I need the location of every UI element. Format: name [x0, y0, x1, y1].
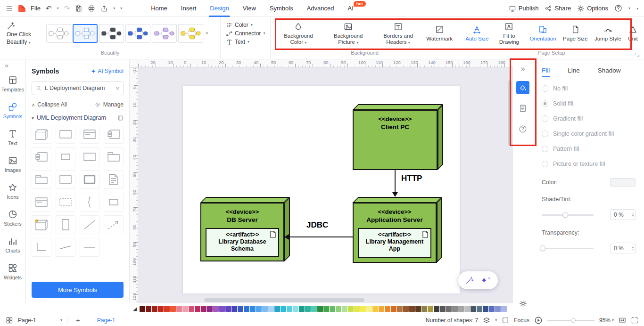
palette-color[interactable] — [225, 306, 231, 312]
palette-color[interactable] — [348, 306, 354, 312]
theme-1-thumbnail[interactable] — [46, 24, 71, 43]
symbol-constraint[interactable] — [56, 193, 75, 212]
palette-color[interactable] — [195, 306, 200, 312]
fill-tool-button[interactable] — [516, 81, 529, 94]
palette-color[interactable] — [495, 306, 501, 312]
palette-color[interactable] — [354, 306, 360, 312]
expand-panel-icon[interactable]: » — [520, 64, 525, 73]
watermark-button[interactable]: Watermark — [425, 24, 454, 43]
format-tab-shadow[interactable]: Shadow — [598, 59, 621, 81]
palette-color[interactable] — [421, 306, 427, 312]
collapse-all-button[interactable]: ∧Collapse All — [32, 101, 67, 108]
tab-design[interactable]: Design — [210, 0, 229, 17]
transparency-stepper-icon[interactable]: ▴▾ — [632, 246, 634, 251]
palette-color[interactable] — [446, 306, 452, 312]
palette-color[interactable] — [176, 306, 182, 312]
palette-color[interactable] — [305, 306, 311, 312]
symbol-node-frame[interactable] — [80, 170, 99, 189]
print-icon[interactable] — [88, 5, 95, 12]
fill-option-single-color-gradient-fill[interactable]: Single color gradient fill — [542, 126, 636, 141]
fill-option-picture-or-texture-fill[interactable]: Picture or texture fill — [542, 156, 636, 171]
palette-color[interactable] — [219, 306, 225, 312]
sidebar-item-widgets[interactable]: Widgets — [0, 258, 25, 285]
fit-to-drawing-button[interactable]: Fit to Drawing — [495, 21, 524, 46]
theme-5-thumbnail[interactable] — [152, 24, 177, 43]
transparency-value-input[interactable]: 0 %▴▾ — [610, 243, 636, 253]
shade-value-input[interactable]: 0 %▴▾ — [610, 209, 636, 220]
palette-color[interactable] — [379, 306, 384, 312]
symbol-node[interactable] — [32, 125, 51, 144]
more-symbols-button[interactable]: More Symbols — [32, 282, 124, 298]
theme-6-thumbnail[interactable] — [178, 24, 203, 43]
radio-icon[interactable] — [542, 85, 548, 92]
symbol-deployment-specification[interactable] — [32, 170, 51, 189]
symbol-frame[interactable] — [56, 215, 75, 234]
main-menu-icon[interactable] — [6, 5, 13, 12]
file-menu[interactable]: File — [31, 5, 41, 12]
background-picture-button[interactable]: Background Picture ▾ — [326, 21, 371, 46]
radio-icon[interactable] — [542, 161, 548, 167]
horizontal-scrollbar[interactable] — [138, 298, 506, 302]
symbol-device[interactable] — [56, 147, 75, 166]
more-themes-caret-icon[interactable]: ▾ — [206, 32, 208, 35]
palette-color[interactable] — [299, 306, 305, 312]
color-dropdown[interactable]: Color▾ — [226, 22, 253, 28]
export-caret-icon[interactable]: ▾ — [113, 7, 115, 10]
sidebar-item-symbols[interactable]: Symbols — [0, 97, 25, 124]
symbol-dependency[interactable] — [104, 215, 124, 234]
edge-jdbc-label[interactable]: JDBC — [306, 220, 328, 230]
ai-beautify-wand-icon[interactable] — [465, 276, 474, 285]
tab-symbols[interactable]: Symbols — [270, 0, 293, 17]
symbol-line[interactable] — [80, 238, 99, 257]
add-page-button[interactable]: + — [72, 316, 84, 324]
symbol-node-marked[interactable] — [32, 215, 51, 234]
palette-color[interactable] — [262, 306, 268, 312]
symbol-section-header[interactable]: ▾ UML Deployment Diagram — [32, 114, 124, 121]
palette-color[interactable] — [256, 306, 262, 312]
palette-color[interactable] — [323, 306, 329, 312]
page-overview-icon[interactable] — [6, 317, 13, 324]
ai-sparkles-icon[interactable]: ✦✧ — [480, 277, 491, 285]
unit-button[interactable]: Unit — [627, 24, 638, 43]
palette-color[interactable] — [287, 306, 292, 312]
palette-color[interactable] — [372, 306, 378, 312]
palette-color[interactable] — [342, 306, 347, 312]
palette-color[interactable] — [238, 306, 243, 312]
palette-color[interactable] — [434, 306, 439, 312]
transparency-slider-thumb[interactable] — [540, 245, 545, 251]
save-icon[interactable] — [75, 5, 83, 12]
palette-color[interactable] — [440, 306, 446, 312]
vertical-scrollbar[interactable] — [508, 68, 512, 297]
palette-color[interactable] — [281, 306, 286, 312]
palette-color[interactable] — [452, 306, 458, 312]
palette-color[interactable] — [152, 306, 157, 312]
sidebar-item-stickers[interactable]: Stickers — [0, 204, 25, 231]
format-tab-fill[interactable]: Fill — [542, 59, 550, 81]
palette-color[interactable] — [250, 306, 256, 312]
drawing-page[interactable]: <<device>> Client PC <<device>> DB Serve… — [183, 86, 460, 293]
uml-node-db-server[interactable]: <<device>> DB Server <<artifact>> Librar… — [200, 197, 290, 261]
sidebar-item-text[interactable]: Text — [0, 124, 25, 151]
export-icon[interactable] — [100, 5, 108, 12]
symbol-package[interactable] — [104, 147, 124, 166]
active-page-tab[interactable]: Page-1 — [97, 317, 116, 324]
palette-color[interactable] — [428, 306, 433, 312]
transparency-slider[interactable] — [542, 245, 594, 251]
collapse-ribbon-icon[interactable]: ▴ — [636, 7, 638, 10]
sidebar-item-icons[interactable]: Icons — [0, 178, 25, 204]
shade-slider-thumb[interactable] — [562, 212, 568, 218]
sidebar-item-charts[interactable]: Charts — [0, 231, 25, 258]
shade-slider[interactable] — [542, 212, 594, 218]
library-book-icon[interactable] — [117, 115, 124, 121]
palette-color[interactable] — [268, 306, 274, 312]
more-tools-caret-icon[interactable]: ▾ — [120, 7, 122, 10]
layers-caret-icon[interactable]: ▾ — [495, 318, 497, 322]
sidebar-item-templates[interactable]: Templates — [0, 70, 25, 97]
borders-and-headers-button[interactable]: Borders and Headers ▾ — [375, 21, 421, 46]
text-dropdown[interactable]: Text▾ — [226, 39, 249, 45]
palette-color[interactable] — [213, 306, 219, 312]
palette-color[interactable] — [366, 306, 372, 312]
palette-color[interactable] — [471, 306, 476, 312]
help-caret-icon[interactable]: ▾ — [628, 7, 630, 10]
undo-icon[interactable]: ↶ — [46, 5, 52, 12]
